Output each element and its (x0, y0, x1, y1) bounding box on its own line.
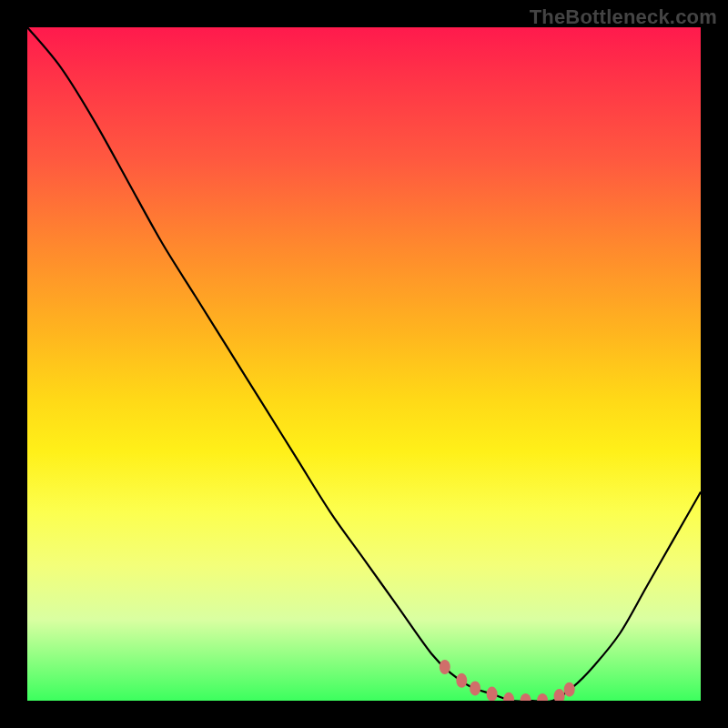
watermark-text: TheBottleneck.com (530, 5, 717, 29)
trough-marker (487, 687, 498, 701)
plot-area (27, 27, 701, 701)
trough-markers (440, 660, 575, 701)
trough-marker (503, 693, 514, 701)
trough-marker (470, 681, 480, 695)
trough-marker (521, 693, 531, 701)
bottleneck-curve (27, 27, 701, 701)
trough-marker (554, 689, 565, 701)
trough-marker (456, 673, 467, 688)
chart-svg (27, 27, 701, 701)
trough-marker (537, 693, 548, 701)
trough-marker (564, 682, 575, 697)
trough-marker (440, 660, 450, 674)
